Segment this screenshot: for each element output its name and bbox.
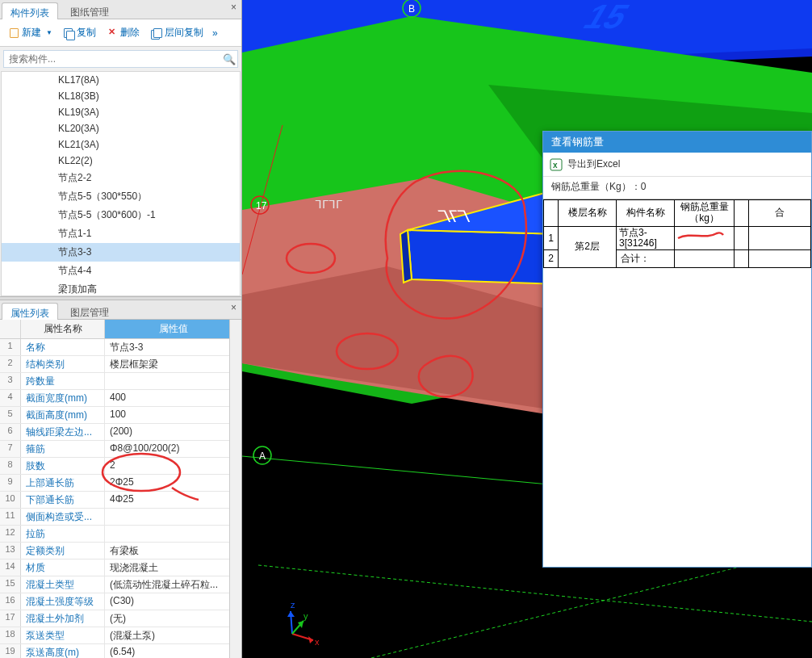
tree-item[interactable]: KL18(3B) bbox=[2, 88, 240, 104]
prop-name: 混凝土强度等级 bbox=[21, 593, 105, 610]
prop-value[interactable]: 4Φ25 bbox=[105, 492, 241, 508]
prop-header-value: 属性值 bbox=[105, 320, 241, 338]
property-row[interactable]: 11侧面构造或受... bbox=[0, 509, 241, 526]
property-row[interactable]: 16混凝土强度等级(C30) bbox=[0, 593, 241, 610]
close-icon[interactable]: × bbox=[228, 302, 240, 313]
orient-z: z bbox=[291, 600, 295, 610]
tree-item[interactable]: 节点5-5（300*600）-1 bbox=[2, 206, 240, 224]
rebar-cell-weight bbox=[675, 226, 735, 249]
property-row[interactable]: 14材质现浇混凝土 bbox=[0, 560, 241, 576]
close-icon[interactable]: × bbox=[228, 2, 240, 13]
tree-item[interactable]: KL20(3A) bbox=[2, 120, 240, 136]
tab-layer-manage[interactable]: 图层管理 bbox=[61, 302, 118, 319]
prop-value[interactable]: 2Φ25 bbox=[105, 475, 241, 491]
rebar-th-component: 构件名称 bbox=[617, 200, 675, 227]
prop-value[interactable]: (低流动性混凝土碎石粒... bbox=[105, 576, 241, 593]
property-row[interactable]: 4截面宽度(mm)400 bbox=[0, 390, 241, 407]
property-row[interactable]: 19泵送高度(m)(6.54) bbox=[0, 644, 241, 658]
prop-value[interactable] bbox=[105, 509, 241, 525]
layer-copy-button[interactable]: 层间复制 bbox=[146, 23, 208, 43]
property-row[interactable]: 1名称节点3-3 bbox=[0, 339, 241, 356]
export-excel-button[interactable]: 导出到Excel bbox=[567, 157, 620, 171]
tree-item[interactable]: 节点4-4 bbox=[2, 262, 240, 280]
rebar-cell-component[interactable]: 节点3-3[31246] bbox=[617, 226, 675, 249]
search-icon[interactable]: 🔍 bbox=[221, 53, 237, 65]
property-row[interactable]: 15混凝土类型(低流动性混凝土碎石粒... bbox=[0, 576, 241, 593]
tab-component-list[interactable]: 构件列表 bbox=[2, 2, 58, 19]
search-input[interactable] bbox=[4, 52, 221, 66]
copy-icon bbox=[64, 28, 73, 38]
prop-value[interactable]: (200) bbox=[105, 424, 241, 440]
property-row[interactable]: 12拉筋 bbox=[0, 526, 241, 543]
prop-name: 截面高度(mm) bbox=[21, 407, 105, 423]
property-row[interactable]: 9上部通长筋2Φ25 bbox=[0, 475, 241, 492]
prop-name: 拉筋 bbox=[21, 526, 105, 542]
delete-button[interactable]: 删除 bbox=[103, 23, 144, 43]
rebar-popup-title[interactable]: 查看钢筋量 bbox=[543, 132, 811, 153]
rebar-popup[interactable]: 查看钢筋量 x 导出到Excel 钢筋总重量（Kg）：0 楼层名称 构件名称 钢… bbox=[542, 131, 812, 568]
tab-property-list[interactable]: 属性列表 bbox=[2, 303, 58, 320]
prop-idx: 10 bbox=[0, 492, 21, 508]
property-row[interactable]: 17混凝土外加剂(无) bbox=[0, 610, 241, 627]
chevron-down-icon: ▼ bbox=[46, 29, 52, 36]
prop-name: 肢数 bbox=[21, 458, 105, 474]
prop-value[interactable]: 有梁板 bbox=[105, 543, 241, 559]
property-row[interactable]: 7箍筋Φ8@100/200(2) bbox=[0, 441, 241, 458]
prop-name: 下部通长筋 bbox=[21, 492, 105, 508]
prop-idx: 7 bbox=[0, 441, 21, 457]
component-tree[interactable]: KL17(8A)KL18(3B)KL19(3A)KL20(3A)KL21(3A)… bbox=[1, 71, 241, 296]
toolbar-more[interactable]: » bbox=[210, 24, 220, 42]
orient-x: x bbox=[315, 637, 320, 647]
prop-name: 泵送类型 bbox=[21, 627, 105, 643]
prop-idx: 16 bbox=[0, 593, 21, 610]
rebar-body bbox=[543, 268, 811, 567]
prop-name: 侧面构造或受... bbox=[21, 509, 105, 525]
property-grid[interactable]: 属性名称 属性值 1名称节点3-32结构类别楼层框架梁3跨数量4截面宽度(mm)… bbox=[0, 320, 241, 658]
prop-value[interactable]: 楼层框架梁 bbox=[105, 356, 241, 372]
prop-idx: 19 bbox=[0, 644, 21, 658]
tree-item[interactable]: KL19(3A) bbox=[2, 104, 240, 120]
prop-value[interactable]: (C30) bbox=[105, 593, 241, 610]
prop-value[interactable]: (混凝土泵) bbox=[105, 627, 241, 643]
prop-value[interactable] bbox=[105, 526, 241, 542]
prop-value[interactable]: Φ8@100/200(2) bbox=[105, 441, 241, 457]
property-row[interactable]: 18泵送类型(混凝土泵) bbox=[0, 627, 241, 644]
tree-item[interactable]: 节点2-2 bbox=[2, 169, 240, 187]
prop-value[interactable]: (无) bbox=[105, 610, 241, 627]
tree-item[interactable]: KL17(8A) bbox=[2, 72, 240, 88]
rebar-cell-floor: 第2层 bbox=[559, 226, 617, 267]
prop-value[interactable]: 现浇混凝土 bbox=[105, 560, 241, 576]
property-row[interactable]: 5截面高度(mm)100 bbox=[0, 407, 241, 424]
prop-idx: 5 bbox=[0, 407, 21, 423]
prop-name: 上部通长筋 bbox=[21, 475, 105, 491]
layer-copy-icon bbox=[151, 28, 161, 38]
tree-item[interactable]: 节点1-1 bbox=[2, 224, 240, 243]
new-button[interactable]: 新建▼ bbox=[5, 23, 57, 43]
prop-name: 轴线距梁左边... bbox=[21, 424, 105, 440]
property-row[interactable]: 3跨数量 bbox=[0, 373, 241, 390]
prop-idx: 1 bbox=[0, 339, 21, 355]
prop-value[interactable]: 400 bbox=[105, 390, 241, 406]
prop-idx: 3 bbox=[0, 373, 21, 389]
tree-item[interactable]: 梁顶加高 bbox=[2, 280, 240, 296]
property-row[interactable]: 2结构类别楼层框架梁 bbox=[0, 356, 241, 373]
property-row[interactable]: 10下部通长筋4Φ25 bbox=[0, 492, 241, 509]
prop-value[interactable]: (6.54) bbox=[105, 644, 241, 658]
prop-value[interactable]: 节点3-3 bbox=[105, 339, 241, 355]
rebar-th-floor: 楼层名称 bbox=[559, 200, 617, 227]
tab-drawing-manage[interactable]: 图纸管理 bbox=[61, 2, 118, 19]
layer-copy-label: 层间复制 bbox=[165, 26, 203, 40]
property-row[interactable]: 13定额类别有梁板 bbox=[0, 543, 241, 560]
property-row[interactable]: 8肢数2 bbox=[0, 458, 241, 475]
prop-idx: 14 bbox=[0, 560, 21, 576]
prop-value[interactable] bbox=[105, 373, 241, 389]
prop-value[interactable]: 100 bbox=[105, 407, 241, 423]
prop-value[interactable]: 2 bbox=[105, 458, 241, 474]
tree-item[interactable]: 节点3-3 bbox=[2, 243, 240, 262]
tree-item[interactable]: KL22(2) bbox=[2, 153, 240, 169]
tree-item[interactable]: KL21(3A) bbox=[2, 136, 240, 153]
property-row[interactable]: 6轴线距梁左边...(200) bbox=[0, 424, 241, 441]
prop-name: 跨数量 bbox=[21, 373, 105, 389]
tree-item[interactable]: 节点5-5（300*550） bbox=[2, 187, 240, 206]
copy-button[interactable]: 复制 bbox=[59, 23, 101, 43]
